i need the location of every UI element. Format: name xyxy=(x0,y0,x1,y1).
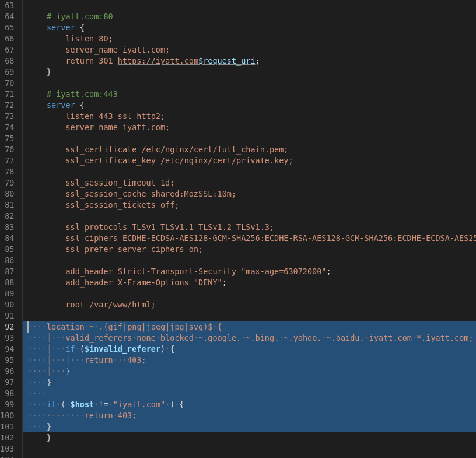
code-line[interactable]: ssl_ciphers ECDHE-ECDSA-AES128-GCM-SHA25… xyxy=(23,233,476,244)
code-line[interactable]: ssl_session_tickets off; xyxy=(23,200,476,211)
code-line[interactable] xyxy=(23,211,476,222)
line-number: 80 xyxy=(0,188,14,200)
line-number: 73 xyxy=(0,111,14,122)
line-number: 101 xyxy=(0,421,14,432)
code-line[interactable]: root /var/www/html; xyxy=(23,299,476,310)
line-number: 81 xyxy=(0,200,14,211)
code-line[interactable]: ssl_certificate_key /etc/nginx/cert/priv… xyxy=(23,155,476,166)
line-number: 90 xyxy=(0,299,14,310)
line-number: 89 xyxy=(0,288,14,299)
code-editor[interactable]: # iyatt.com:80 server { listen 80; serve… xyxy=(22,0,476,458)
code-line[interactable]: ····│···} xyxy=(23,366,476,377)
code-line[interactable]: ····location·~·.(gif|png|jpeg|jpg|svg)$·… xyxy=(23,321,476,333)
line-number: 64 xyxy=(0,11,14,22)
code-line[interactable]: ssl_protocols TLSv1 TLSv1.1 TLSv1.2 TLSv… xyxy=(23,222,476,233)
code-line[interactable] xyxy=(23,78,476,89)
line-number: 69 xyxy=(0,67,14,78)
line-number: 78 xyxy=(0,166,14,177)
line-number: 72 xyxy=(0,100,14,111)
code-line[interactable]: ssl_session_timeout 1d; xyxy=(23,177,476,188)
line-number: 88 xyxy=(0,277,14,288)
cursor xyxy=(27,321,29,333)
line-number: 84 xyxy=(0,233,14,244)
line-number: 67 xyxy=(0,44,14,55)
line-number: 82 xyxy=(0,211,14,222)
line-number: 79 xyxy=(0,177,14,188)
code-line[interactable] xyxy=(23,288,476,299)
code-line[interactable]: ···· xyxy=(23,388,476,399)
line-number: 75 xyxy=(0,133,14,144)
code-line[interactable]: } xyxy=(23,432,476,443)
code-line[interactable]: ····│···if·($invalid_referer)·{ xyxy=(23,344,476,355)
line-number: 85 xyxy=(0,244,14,255)
code-line[interactable]: ····if·(·$host·!=·"iyatt.com"·)·{ xyxy=(23,399,476,410)
line-number: 100 xyxy=(0,410,14,421)
line-number: 91 xyxy=(0,310,14,321)
code-line[interactable]: server_name iyatt.com; xyxy=(23,122,476,133)
line-number: 96 xyxy=(0,366,14,377)
line-number: 68 xyxy=(0,55,14,67)
line-number: 102 xyxy=(0,432,14,443)
line-number: 104 xyxy=(0,454,14,458)
code-line[interactable]: server { xyxy=(23,100,476,111)
line-number: 93 xyxy=(0,333,14,344)
code-line[interactable] xyxy=(23,166,476,177)
code-line[interactable]: } xyxy=(23,67,476,78)
code-line[interactable]: ············return·403; xyxy=(23,410,476,421)
line-number: 65 xyxy=(0,22,14,33)
code-line[interactable]: # iyatt.com:443 xyxy=(23,89,476,100)
line-number: 103 xyxy=(0,443,14,454)
code-line[interactable]: ····} xyxy=(23,377,476,388)
code-line[interactable] xyxy=(23,133,476,144)
code-line[interactable]: ssl_prefer_server_ciphers on; xyxy=(23,244,476,255)
code-line[interactable]: add_header Strict-Transport-Security "ma… xyxy=(23,266,476,277)
line-number: 83 xyxy=(0,222,14,233)
code-line[interactable]: add_header X-Frame-Options "DENY"; xyxy=(23,277,476,288)
code-line[interactable]: server { xyxy=(23,22,476,33)
line-number: 77 xyxy=(0,155,14,166)
code-line[interactable]: server_name iyatt.com; xyxy=(23,44,476,55)
line-number: 92 xyxy=(0,321,14,333)
code-line[interactable]: listen 80; xyxy=(23,33,476,44)
code-line[interactable]: listen 443 ssl http2; xyxy=(23,111,476,122)
code-line[interactable]: ssl_certificate /etc/nginx/cert/full_cha… xyxy=(23,144,476,155)
code-line[interactable]: ····│···│···return···403; xyxy=(23,355,476,366)
code-line[interactable] xyxy=(23,310,476,321)
code-line[interactable]: ssl_session_cache shared:MozSSL:10m; xyxy=(23,188,476,200)
line-number: 86 xyxy=(0,255,14,266)
line-number: 66 xyxy=(0,33,14,44)
code-line[interactable]: # iyatt.com:80 xyxy=(23,11,476,22)
line-number: 71 xyxy=(0,89,14,100)
code-line[interactable] xyxy=(23,255,476,266)
code-line[interactable]: return 301 https://iyatt.com$request_uri… xyxy=(23,55,476,67)
line-number: 95 xyxy=(0,355,14,366)
line-number: 70 xyxy=(0,78,14,89)
line-number: 99 xyxy=(0,399,14,410)
code-line[interactable]: ····} xyxy=(23,421,476,432)
line-number: 76 xyxy=(0,144,14,155)
line-number: 74 xyxy=(0,122,14,133)
code-line[interactable]: ····│···valid_referers·none·blocked·~.go… xyxy=(23,333,476,344)
line-number: 87 xyxy=(0,266,14,277)
code-line[interactable] xyxy=(23,0,476,11)
line-number: 98 xyxy=(0,388,14,399)
code-line[interactable] xyxy=(23,443,476,454)
line-number: 94 xyxy=(0,344,14,355)
line-number: 97 xyxy=(0,377,14,388)
line-number-gutter: 6364656667686970717273747576777879808182… xyxy=(0,0,22,458)
code-line[interactable] xyxy=(23,454,476,458)
line-number: 63 xyxy=(0,0,14,11)
